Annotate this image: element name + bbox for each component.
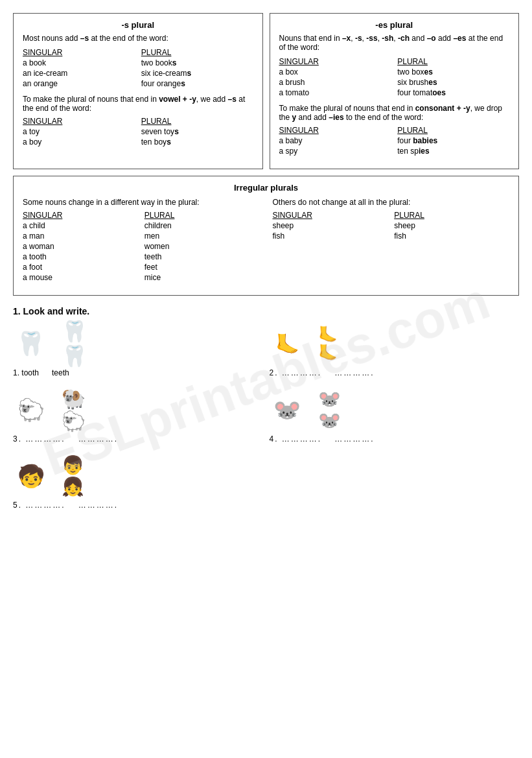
plural-label-5: ………….	[78, 501, 118, 510]
plural-label-2: ………….	[334, 368, 374, 377]
table-row: an orange	[23, 79, 135, 88]
ex-labels-2: 2. …………. ………….	[270, 368, 375, 377]
table-row: a book	[23, 58, 135, 67]
irreg-right-rule: Others do not change at all in the plura…	[273, 198, 510, 207]
table-row: seven toys	[141, 127, 253, 136]
s-plural-box: -s plural Most nouns add –s at the end o…	[13, 13, 263, 169]
ex-labels-3: 3. …………. ………….	[13, 434, 118, 444]
s-plural-header: -s plural	[23, 20, 253, 30]
table-row: six brushes	[397, 78, 509, 87]
exercise-pair-4: 🐭 🐭🐭 4. …………. ………….	[270, 390, 520, 444]
s-plural2-col1-header: SINGULAR	[23, 117, 135, 126]
sheep-icon: 🐑	[13, 392, 49, 428]
irregular-left: Some nouns change in a different way in …	[23, 198, 260, 289]
es-plural-header: -es plural	[279, 20, 510, 30]
table-row: four babies	[397, 136, 509, 145]
table-row: fish	[273, 231, 388, 241]
exercise-row-2: 🐑 🐏🐑 3. …………. …………. 🐭 🐭🐭 4. …………. ………….	[13, 390, 519, 444]
es-plural-rule2: To make the plural of nouns that end in …	[279, 104, 510, 122]
table-row: mice	[145, 273, 260, 282]
s-plural-col1-header: SINGULAR	[23, 48, 135, 57]
ex-images-5: 🧒 👦👧	[13, 456, 97, 495]
s-plural2-col2-header: PLURAL	[141, 117, 253, 126]
table-row: ten spies	[397, 147, 509, 156]
table-row: a boy	[23, 137, 135, 147]
exercise-row-1: 🦷 🦷🦷 1. tooth teeth 🦶 🦶🦶 2. …………. ………….	[13, 324, 519, 377]
table-row: a brush	[279, 78, 391, 87]
exercise-pair-5: 🧒 👦👧 5. …………. ………….	[13, 456, 263, 510]
ex-images-1: 🦷 🦷🦷	[13, 324, 97, 363]
table-row: a man	[23, 231, 138, 241]
table-row: teeth	[145, 252, 260, 261]
irreg-left-table: SINGULAR PLURAL a child children a man m…	[23, 211, 260, 282]
table-row: sheep	[273, 221, 388, 230]
irreg-right-col2: PLURAL	[394, 211, 509, 220]
table-row: an ice-cream	[23, 69, 135, 78]
exercise-pair-1: 🦷 🦷🦷 1. tooth teeth	[13, 324, 263, 377]
singular-label-1: 1. tooth	[13, 368, 39, 377]
s-plural-rule1: Most nouns add –s at the end of the word…	[23, 34, 253, 43]
table-row: ten boys	[141, 137, 253, 147]
table-row: a foot	[23, 263, 138, 272]
s-plural-rule2: To make the plural of nouns that end in …	[23, 95, 253, 113]
ex-labels-4: 4. …………. ………….	[270, 434, 375, 444]
ex-labels-5: 5. …………. ………….	[13, 501, 118, 510]
table-row: a tomato	[279, 88, 391, 97]
singular-label-5: 5. ………….	[13, 501, 65, 510]
feet-icon: 🦶🦶	[318, 326, 354, 362]
exercise-row-3: 🧒 👦👧 5. …………. ………….	[13, 456, 519, 510]
table-row: men	[145, 231, 260, 241]
s-plural-table1: SINGULAR PLURAL a book two books an ice-…	[23, 48, 253, 88]
table-row: a baby	[279, 136, 391, 145]
mice-icon: 🐭🐭	[318, 392, 354, 428]
table-row: a toy	[23, 127, 135, 136]
es-plural-table2: SINGULAR PLURAL a baby four babies a spy…	[279, 126, 510, 156]
table-row: four oranges	[141, 79, 253, 88]
table-row: children	[145, 221, 260, 230]
es-plural2-col2-header: PLURAL	[397, 126, 509, 135]
child-icon: 🧒	[13, 458, 49, 494]
ex-labels-1: 1. tooth teeth	[13, 368, 69, 377]
exercise-pair-2: 🦶 🦶🦶 2. …………. ………….	[270, 324, 520, 377]
exercise-section: 1. Look and write. 🦷 🦷🦷 1. tooth teeth 🦶…	[13, 306, 519, 510]
irregular-box: Irregular plurals Some nouns change in a…	[13, 176, 519, 296]
ex-images-3: 🐑 🐏🐑	[13, 390, 97, 429]
table-row: two books	[141, 58, 253, 67]
irreg-left-rule: Some nouns change in a different way in …	[23, 198, 260, 207]
foot-icon: 🦶	[270, 326, 305, 362]
table-row: a tooth	[23, 252, 138, 261]
table-row: a mouse	[23, 273, 138, 282]
es-plural-table1: SINGULAR PLURAL a box two boxes a brush …	[279, 57, 510, 97]
irreg-right-col1: SINGULAR	[273, 211, 388, 220]
irreg-left-col1: SINGULAR	[23, 211, 138, 220]
irregular-right: Others do not change at all in the plura…	[273, 198, 510, 289]
mouse-icon: 🐭	[270, 392, 305, 428]
s-plural-table2: SINGULAR PLURAL a toy seven toys a boy t…	[23, 117, 253, 147]
es-plural-rule1: Nouns that end in –x, -s, -ss, -sh, -ch …	[279, 34, 510, 52]
table-row: a woman	[23, 242, 138, 251]
irregular-content: Some nouns change in a different way in …	[23, 198, 509, 289]
table-row: a box	[279, 67, 391, 77]
es-plural-col1-header: SINGULAR	[279, 57, 391, 66]
plural-label-1: teeth	[52, 368, 69, 377]
ex-images-4: 🐭 🐭🐭	[270, 390, 354, 429]
plural-label-4: ………….	[334, 434, 374, 444]
children-icon: 👦👧	[62, 458, 97, 494]
table-row: a spy	[279, 147, 391, 156]
table-row: six ice-creams	[141, 69, 253, 78]
exercise-pair-3: 🐑 🐏🐑 3. …………. ………….	[13, 390, 263, 444]
top-section: -s plural Most nouns add –s at the end o…	[13, 13, 519, 169]
table-row: sheep	[394, 221, 509, 230]
table-row: women	[145, 242, 260, 251]
tooth-icon: 🦷	[13, 326, 49, 362]
table-row: fish	[394, 231, 509, 241]
exercise-title: 1. Look and write.	[13, 306, 519, 316]
es-plural-box: -es plural Nouns that end in –x, -s, -ss…	[270, 13, 520, 169]
singular-label-3: 3. ………….	[13, 434, 65, 444]
table-row: a child	[23, 221, 138, 230]
es-plural-col2-header: PLURAL	[397, 57, 509, 66]
singular-label-4: 4. ………….	[270, 434, 322, 444]
ex-images-2: 🦶 🦶🦶	[270, 324, 354, 363]
sheep-plural-icon: 🐏🐑	[62, 392, 97, 428]
es-plural2-col1-header: SINGULAR	[279, 126, 391, 135]
